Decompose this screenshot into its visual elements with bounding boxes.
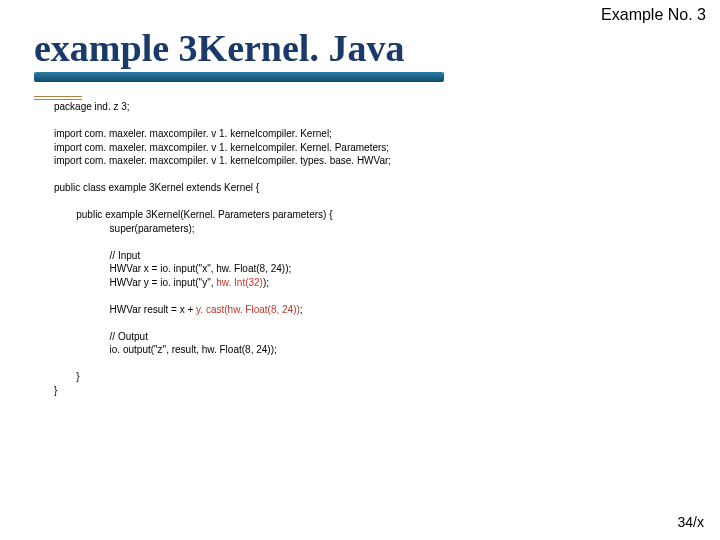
- code-close-brace-1: }: [76, 371, 79, 382]
- code-listing: package ind. z 3; import com. maxeler. m…: [54, 100, 680, 397]
- code-import-3: import com. maxeler. maxcompiler. v 1. k…: [54, 155, 391, 166]
- code-import-1: import com. maxeler. maxcompiler. v 1. k…: [54, 128, 332, 139]
- code-var-y-highlight: hw. Int(32): [216, 277, 263, 288]
- code-super-call: super(parameters);: [110, 223, 195, 234]
- page-number: 34/x: [678, 514, 704, 530]
- code-var-x: HWVar x = io. input("x", hw. Float(8, 24…: [110, 263, 292, 274]
- code-constructor-decl: public example 3Kernel(Kernel. Parameter…: [76, 209, 332, 220]
- code-result-c: ;: [300, 304, 303, 315]
- example-number-label: Example No. 3: [601, 6, 706, 24]
- code-import-2: import com. maxeler. maxcompiler. v 1. k…: [54, 142, 389, 153]
- title-underline: [34, 72, 444, 82]
- code-result-highlight: y. cast(hw. Float(8, 24)): [196, 304, 300, 315]
- code-result-a: HWVar result = x +: [110, 304, 197, 315]
- code-package: package ind. z 3;: [54, 101, 130, 112]
- slide-title: example 3Kernel. Java: [34, 26, 404, 70]
- code-class-decl: public class example 3Kernel extends Ker…: [54, 182, 259, 193]
- title-block: example 3Kernel. Java: [34, 26, 444, 82]
- code-var-y-c: );: [263, 277, 269, 288]
- code-close-brace-2: }: [54, 385, 57, 396]
- code-var-y-a: HWVar y = io. input("y",: [110, 277, 217, 288]
- code-comment-output: // Output: [110, 331, 148, 342]
- code-comment-input: // Input: [110, 250, 141, 261]
- code-output: io. output("z", result, hw. Float(8, 24)…: [110, 344, 277, 355]
